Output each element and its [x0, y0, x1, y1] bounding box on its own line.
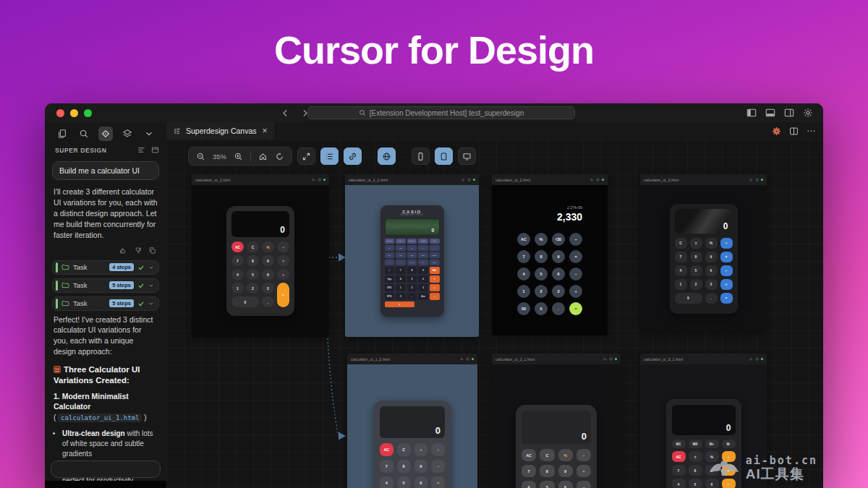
calc-key[interactable]: 5 — [540, 481, 554, 488]
calc-key[interactable]: 3 — [418, 284, 428, 291]
calc-key[interactable]: = — [277, 283, 289, 307]
calc-key[interactable]: SHIFT — [385, 239, 395, 244]
panel-layout-icon[interactable] — [151, 146, 159, 154]
calc-key[interactable]: ln — [407, 245, 417, 251]
thumbs-down-icon[interactable] — [134, 247, 142, 254]
calc-key[interactable]: 5 — [407, 275, 417, 283]
calc-key[interactable]: ÷ — [576, 449, 591, 461]
calc-key[interactable]: − — [576, 481, 591, 488]
calc-key[interactable]: 7 — [675, 252, 687, 262]
calc-key[interactable]: . — [705, 293, 718, 304]
calc-key[interactable]: = — [720, 293, 733, 304]
calc-key[interactable]: 8 — [689, 465, 702, 476]
calc-key[interactable]: ÷ — [569, 233, 582, 246]
chevron-down-icon[interactable] — [142, 127, 156, 141]
calc-key[interactable]: DEL — [430, 260, 440, 265]
calc-key[interactable]: MR — [689, 440, 702, 448]
calc-key[interactable]: × — [720, 252, 733, 262]
toggle-panel-icon[interactable] — [765, 108, 775, 118]
calc-key[interactable]: AC — [517, 233, 530, 246]
calc-key[interactable]: AC — [672, 451, 686, 462]
frame-refresh-icon[interactable] — [590, 178, 594, 181]
tablet-view-button[interactable] — [435, 147, 453, 165]
calc-key[interactable]: × — [277, 255, 289, 266]
calc-key[interactable]: cos — [396, 252, 406, 258]
user-prompt-bubble[interactable]: Build me a calculator UI — [52, 161, 159, 180]
frame-copy-icon[interactable] — [755, 178, 759, 181]
frame-refresh-icon[interactable] — [603, 357, 607, 361]
calc-key[interactable]: . — [407, 293, 417, 300]
calc-key[interactable]: 2 — [690, 279, 702, 290]
calc-key[interactable]: 5 — [397, 476, 411, 488]
calc-key[interactable]: 7 — [672, 465, 686, 476]
calc-key[interactable]: 9 — [552, 250, 565, 263]
canvas-frame[interactable]: calculator_ui_2_1.html0ACC%÷789×456−123+… — [492, 354, 621, 488]
calc-key[interactable]: 8 — [247, 255, 259, 266]
calc-key[interactable]: sin — [385, 252, 395, 258]
design-canvas[interactable]: 35% — [166, 140, 823, 488]
calc-key[interactable]: + — [569, 285, 582, 298]
command-center[interactable]: [Extension Development Host] test_superd… — [307, 106, 575, 119]
home-icon[interactable] — [258, 152, 268, 161]
calc-key[interactable]: x! — [385, 245, 395, 251]
zoom-out-icon[interactable] — [196, 152, 205, 161]
calc-key[interactable]: 6 — [705, 265, 718, 276]
calc-key[interactable]: 8 — [535, 250, 548, 263]
desktop-view-button[interactable] — [458, 147, 476, 165]
calc-key[interactable]: MODE — [418, 239, 428, 244]
calc-key[interactable]: DEL — [430, 267, 440, 274]
calc-key[interactable]: ( — [385, 260, 395, 265]
expand-chevron-icon[interactable] — [148, 283, 154, 288]
frame-refresh-icon[interactable] — [461, 178, 465, 181]
calc-key[interactable]: 9 — [418, 267, 428, 274]
calc-key[interactable]: 3 — [552, 285, 565, 298]
task-row[interactable]: Task4 steps — [52, 260, 159, 275]
calc-key[interactable]: ALPHA — [396, 239, 406, 244]
task-row[interactable]: Task5 steps — [52, 296, 159, 311]
collapse-all-icon[interactable] — [137, 146, 145, 154]
thumbs-up-icon[interactable] — [119, 247, 127, 254]
calc-key[interactable]: × — [430, 275, 440, 283]
calc-key[interactable]: ) — [396, 260, 406, 265]
frame-copy-icon[interactable] — [318, 178, 321, 181]
expand-chevron-icon[interactable] — [148, 301, 154, 307]
canvas-frame[interactable]: calculator_ui_1_2.html0ACC+÷789−456×123=… — [347, 354, 477, 488]
toggle-sidebar-icon[interactable] — [746, 108, 757, 118]
calc-key[interactable]: 5 — [690, 265, 702, 276]
maximize-window-button[interactable] — [84, 109, 92, 117]
calc-key[interactable]: % — [558, 449, 573, 461]
close-window-button[interactable] — [56, 109, 64, 117]
refresh-icon[interactable] — [275, 152, 284, 161]
calc-key[interactable]: 5 — [689, 479, 702, 488]
canvas-frame[interactable]: calculator_ui_2.html2,274+562,330AC%⌫÷78… — [492, 174, 608, 335]
calc-key[interactable]: 6 — [262, 269, 274, 280]
calc-key[interactable]: 7 — [522, 465, 536, 477]
fit-screen-button[interactable] — [297, 147, 315, 165]
calc-key[interactable]: 7 — [380, 460, 393, 473]
calc-key[interactable]: AC — [522, 449, 536, 461]
calc-key[interactable]: ÷ — [720, 238, 733, 249]
calc-key[interactable]: ± — [690, 238, 702, 249]
calc-key[interactable]: × — [569, 250, 582, 263]
canvas-frame[interactable]: calculator_ui_1.html0ACC%÷789×456+123=0. — [192, 174, 329, 337]
calc-key[interactable]: % — [262, 241, 274, 252]
calc-key[interactable]: MC — [672, 440, 686, 448]
calc-key[interactable]: C — [675, 238, 687, 249]
calc-key[interactable]: % — [705, 238, 718, 249]
calc-key[interactable]: 8 — [690, 252, 702, 262]
calc-key[interactable]: 5 — [535, 267, 548, 281]
calc-key[interactable]: S⇔D — [407, 260, 417, 265]
calc-key[interactable]: √ — [385, 267, 395, 274]
calc-key[interactable]: 1 — [675, 279, 687, 290]
calc-key[interactable]: AC — [380, 443, 393, 456]
calc-key[interactable]: 0 — [396, 293, 406, 300]
frame-refresh-icon[interactable] — [460, 357, 464, 361]
calc-key[interactable]: C — [247, 241, 259, 252]
frame-copy-icon[interactable] — [609, 357, 613, 361]
calc-key[interactable]: 3 — [705, 279, 718, 290]
calc-key[interactable]: 9 — [558, 465, 573, 477]
calc-key[interactable]: C — [540, 449, 554, 461]
web-view-button[interactable] — [378, 147, 396, 165]
calc-key[interactable]: 0 — [675, 293, 702, 304]
superdesign-panel-icon[interactable] — [98, 127, 113, 141]
